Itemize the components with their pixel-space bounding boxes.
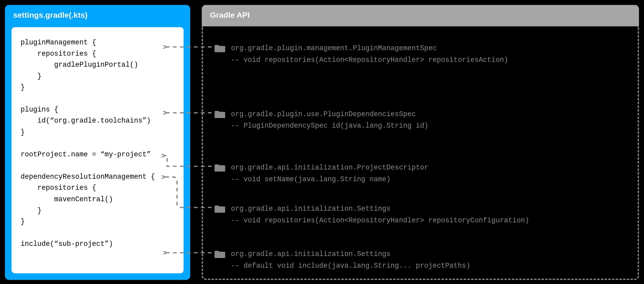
api-text: org.gradle.plugin.management.PluginManag…	[231, 43, 508, 66]
api-item-plugin-management: org.gradle.plugin.management.PluginManag…	[214, 43, 630, 66]
api-item-settings-include: org.gradle.api.initialization.Settings -…	[214, 248, 630, 272]
api-text: org.gradle.plugin.use.PluginDependencies…	[231, 109, 428, 132]
api-method: -- PluginDependencySpec id(java.lang.Str…	[231, 122, 428, 130]
api-class: org.gradle.plugin.management.PluginManag…	[231, 44, 437, 52]
code-card: pluginManagement { repositories { gradle…	[12, 27, 184, 273]
api-method: -- void repositories(Action<RepositoryHa…	[231, 216, 529, 224]
folder-icon	[214, 110, 226, 118]
api-item-project-descriptor: org.gradle.api.initialization.ProjectDes…	[214, 162, 630, 185]
api-text: org.gradle.api.initialization.Settings -…	[231, 203, 529, 226]
folder-icon	[214, 204, 226, 213]
api-text: org.gradle.api.initialization.Settings -…	[231, 248, 470, 272]
settings-file-title: settings.gradle(.kts)	[5, 5, 190, 24]
settings-file-panel: settings.gradle(.kts) pluginManagement {…	[5, 5, 190, 280]
settings-code: pluginManagement { repositories { gradle…	[21, 37, 174, 250]
folder-icon	[214, 44, 226, 53]
api-method: -- default void include(java.lang.String…	[231, 262, 470, 270]
api-class: org.gradle.plugin.use.PluginDependencies…	[231, 110, 416, 118]
api-class: org.gradle.api.initialization.Settings	[231, 250, 390, 258]
gradle-api-title: Gradle API	[202, 5, 639, 26]
api-method: -- void repositories(Action<RepositoryHa…	[231, 56, 508, 64]
gradle-api-body: org.gradle.plugin.management.PluginManag…	[202, 26, 639, 280]
folder-icon	[214, 250, 226, 258]
api-class: org.gradle.api.initialization.ProjectDes…	[231, 164, 428, 172]
gradle-api-panel: Gradle API org.gradle.plugin.management.…	[202, 5, 639, 280]
api-class: org.gradle.api.initialization.Settings	[231, 205, 390, 213]
api-method: -- void setName(java.lang.String name)	[231, 176, 390, 183]
folder-icon	[214, 163, 226, 172]
api-item-settings-repos: org.gradle.api.initialization.Settings -…	[214, 203, 630, 226]
api-text: org.gradle.api.initialization.ProjectDes…	[231, 162, 428, 185]
api-item-plugin-dependencies: org.gradle.plugin.use.PluginDependencies…	[214, 109, 630, 132]
